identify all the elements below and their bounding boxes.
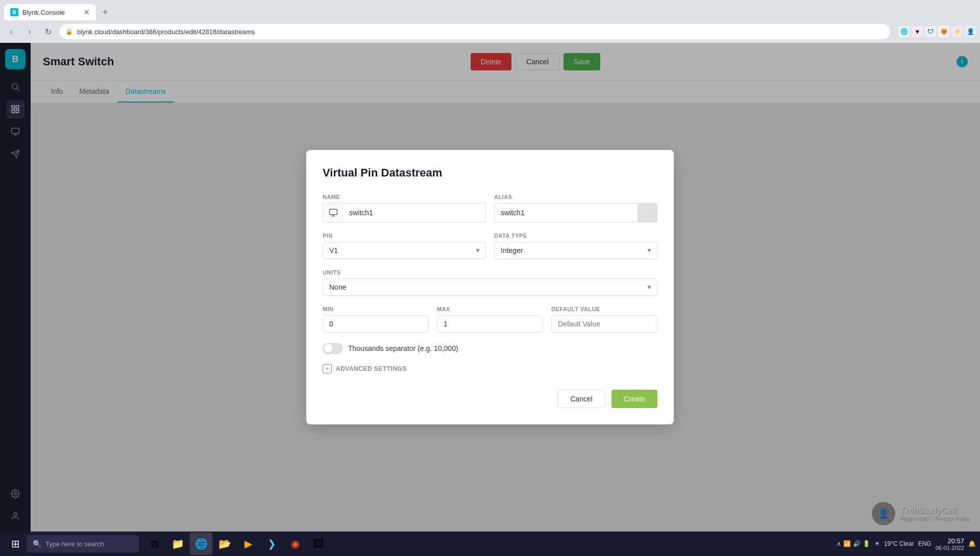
pin-select-wrapper: V1 ▼ bbox=[323, 242, 486, 259]
start-button[interactable]: ⊞ bbox=[4, 533, 27, 555]
alias-color-picker[interactable] bbox=[638, 203, 657, 222]
thousands-separator-toggle[interactable] bbox=[323, 343, 343, 354]
taskbar-app-taskview[interactable]: ⧉ bbox=[143, 533, 165, 555]
taskbar-search[interactable]: 🔍 Type here to search bbox=[27, 535, 139, 552]
max-label: MAX bbox=[437, 306, 543, 312]
alias-label: ALIAS bbox=[494, 194, 657, 200]
default-value-group: DEFAULT VALUE bbox=[551, 306, 657, 333]
modal-footer: Cancel Create bbox=[323, 386, 657, 408]
name-input[interactable] bbox=[343, 203, 486, 222]
notification-icon[interactable]: 🔔 bbox=[968, 540, 976, 547]
name-alias-row: NAME ALIAS bbox=[323, 194, 657, 222]
data-type-select-wrapper: Integer ▼ bbox=[494, 242, 657, 259]
taskbar-app-photos[interactable]: 🖼 bbox=[307, 533, 330, 555]
name-label: NAME bbox=[323, 194, 486, 200]
taskbar-app-vlc[interactable]: ▶ bbox=[237, 533, 259, 555]
toggle-row: Thousands separator (e.g. 10,000) bbox=[323, 343, 657, 354]
units-select-wrapper: None ▼ bbox=[323, 279, 657, 296]
language: ENG bbox=[918, 540, 932, 547]
reload-button[interactable]: ↻ bbox=[41, 24, 55, 39]
systray-network[interactable]: 📶 bbox=[843, 540, 851, 547]
toggle-knob bbox=[324, 344, 333, 353]
modal-overlay: Virtual Pin Datastream NAME ALIAS bbox=[0, 43, 980, 532]
address-bar[interactable]: 🔒 blynk.cloud/dashboard/386/products/edi… bbox=[59, 24, 890, 39]
alias-group: ALIAS bbox=[494, 194, 657, 222]
ext-3[interactable]: 🛡 bbox=[925, 26, 936, 37]
data-type-select[interactable]: Integer bbox=[494, 242, 657, 259]
taskbar: ⊞ 🔍 Type here to search ⧉ 📁 🌐 📂 ▶ ❯ ◉ 🖼 … bbox=[0, 532, 980, 556]
taskbar-app-chrome[interactable]: ◉ bbox=[284, 533, 306, 555]
max-input[interactable] bbox=[437, 315, 543, 333]
modal-dialog: Virtual Pin Datastream NAME ALIAS bbox=[306, 150, 674, 424]
alias-input[interactable] bbox=[494, 203, 638, 222]
min-label: MIN bbox=[323, 306, 429, 312]
systray-volume[interactable]: 🔊 bbox=[853, 540, 861, 547]
ext-5[interactable]: ⚡ bbox=[951, 26, 963, 37]
pin-group: PIN V1 ▼ bbox=[323, 233, 486, 259]
min-group: MIN bbox=[323, 306, 429, 333]
browser-tab[interactable]: B Blynk.Console ✕ bbox=[4, 4, 96, 20]
thousands-separator-label: Thousands separator (e.g. 10,000) bbox=[348, 344, 458, 352]
weather-icon: ☀ bbox=[874, 540, 880, 547]
forward-button[interactable]: › bbox=[22, 24, 37, 39]
data-type-group: DATA TYPE Integer ▼ bbox=[494, 233, 657, 259]
pin-datatype-row: PIN V1 ▼ DATA TYPE Integer ▼ bbox=[323, 233, 657, 259]
taskbar-app-explorer[interactable]: 📁 bbox=[166, 533, 189, 555]
taskbar-app-files[interactable]: 📂 bbox=[213, 533, 236, 555]
advanced-settings-row[interactable]: + ADVANCED SETTINGS bbox=[323, 364, 657, 373]
systray-battery[interactable]: 🔋 bbox=[863, 540, 870, 547]
back-button[interactable]: ‹ bbox=[4, 24, 18, 39]
taskbar-app-terminal[interactable]: ❯ bbox=[260, 533, 283, 555]
lock-icon: 🔒 bbox=[65, 28, 73, 35]
taskbar-app-browser[interactable]: 🌐 bbox=[190, 533, 212, 555]
advanced-settings-label: ADVANCED SETTINGS bbox=[336, 365, 407, 372]
tab-title: Blynk.Console bbox=[22, 9, 65, 16]
ext-1[interactable]: 🌐 bbox=[898, 26, 910, 37]
units-label: UNITS bbox=[323, 269, 657, 275]
units-group: UNITS None ▼ bbox=[323, 269, 657, 296]
modal-title: Virtual Pin Datastream bbox=[323, 166, 657, 180]
tab-close-button[interactable]: ✕ bbox=[84, 8, 90, 16]
tab-favicon: B bbox=[10, 8, 18, 16]
taskbar-search-text: Type here to search bbox=[45, 540, 104, 548]
modal-cancel-button[interactable]: Cancel bbox=[557, 390, 605, 408]
taskbar-time: 20:57 bbox=[936, 537, 964, 545]
pin-select[interactable]: V1 bbox=[323, 242, 486, 259]
name-group: NAME bbox=[323, 194, 486, 222]
modal-create-button[interactable]: Create bbox=[611, 390, 657, 408]
url-text: blynk.cloud/dashboard/386/products/edit/… bbox=[77, 28, 255, 36]
taskbar-right: ∧ 📶 🔊 🔋 ☀ 19°C Clear ENG 20:57 06-01-202… bbox=[837, 537, 976, 551]
min-input[interactable] bbox=[323, 315, 429, 333]
advanced-settings-expand-icon: + bbox=[323, 364, 332, 373]
svg-rect-13 bbox=[329, 209, 337, 215]
taskbar-clock[interactable]: 20:57 06-01-2022 bbox=[936, 537, 964, 551]
min-max-default-row: MIN MAX DEFAULT VALUE bbox=[323, 306, 657, 333]
extensions-area: 🌐 ♥ 🛡 🦊 ⚡ 👤 bbox=[898, 26, 976, 37]
systray-chevron[interactable]: ∧ bbox=[837, 540, 841, 547]
ext-2[interactable]: ♥ bbox=[912, 26, 923, 37]
name-icon bbox=[323, 203, 343, 222]
max-group: MAX bbox=[437, 306, 543, 333]
ext-4[interactable]: 🦊 bbox=[938, 26, 949, 37]
units-select[interactable]: None bbox=[323, 279, 657, 296]
taskbar-date: 06-01-2022 bbox=[936, 545, 964, 551]
data-type-label: DATA TYPE bbox=[494, 233, 657, 239]
pin-label: PIN bbox=[323, 233, 486, 239]
default-value-label: DEFAULT VALUE bbox=[551, 306, 657, 312]
new-tab-button[interactable]: + bbox=[98, 5, 112, 19]
units-row: UNITS None ▼ bbox=[323, 269, 657, 296]
taskbar-search-icon: 🔍 bbox=[33, 540, 41, 548]
default-value-input[interactable] bbox=[551, 315, 657, 333]
weather-text: 19°C Clear bbox=[884, 540, 914, 547]
ext-6[interactable]: 👤 bbox=[965, 26, 976, 37]
systray: ∧ 📶 🔊 🔋 bbox=[837, 540, 870, 547]
taskbar-apps: ⧉ 📁 🌐 📂 ▶ ❯ ◉ 🖼 bbox=[143, 533, 330, 555]
